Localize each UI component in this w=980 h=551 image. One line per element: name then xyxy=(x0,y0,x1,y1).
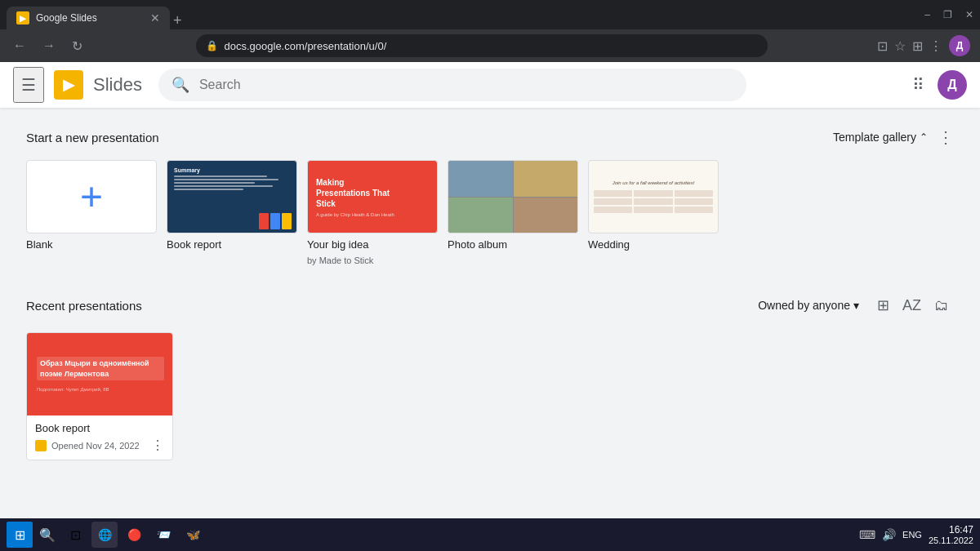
big-idea-template-name: Your big idea xyxy=(307,238,438,251)
template-big-idea[interactable]: MakingPresentations ThatStick A guide by… xyxy=(307,160,438,265)
url-text: docs.google.com/presentation/u/0/ xyxy=(225,40,387,52)
wedding-cell-2 xyxy=(634,190,672,197)
new-presentation-title: Start a new presentation xyxy=(26,131,159,144)
presentations-grid: Образ Мцыри в одноимённой поэме Лермонто… xyxy=(26,332,954,460)
folder-view-button[interactable]: 🗂 xyxy=(929,291,954,319)
photo-cell-3 xyxy=(448,198,513,233)
grid-view-button[interactable]: ⊞ xyxy=(872,291,894,319)
app-header: ☰ ▶ Slides 🔍 ⠿ Д xyxy=(0,62,980,108)
wedding-cell-7 xyxy=(594,207,632,213)
template-photo-album[interactable]: Photo album xyxy=(448,160,578,265)
book-title-line: Summary xyxy=(174,167,290,173)
main-content: Start a new presentation Template galler… xyxy=(0,108,980,518)
template-blank[interactable]: Blank xyxy=(26,160,157,265)
photo-cell-4 xyxy=(514,198,578,233)
search-input[interactable] xyxy=(199,78,733,92)
window-controls: – ❐ ✕ xyxy=(924,9,973,20)
plus-icon xyxy=(80,177,103,216)
more-options-button[interactable]: ⋮ xyxy=(938,127,954,147)
cast-icon[interactable]: ⊡ xyxy=(877,38,888,54)
wedding-cell-1 xyxy=(594,190,632,197)
book-decoration xyxy=(259,213,292,229)
secure-icon: 🔒 xyxy=(206,40,218,51)
taskbar-search-button[interactable]: 🔍 xyxy=(36,523,59,546)
tab-close-button[interactable]: ✕ xyxy=(150,11,160,24)
window-close-button[interactable]: ✕ xyxy=(965,9,973,20)
taskbar-time-value: 16:47 xyxy=(929,524,973,535)
photo-cell-2 xyxy=(514,161,578,197)
taskbar-app-4[interactable]: 🦋 xyxy=(180,522,206,548)
bigidea-sub-text: A guide by Chip Heath & Dan Heath xyxy=(316,212,394,217)
active-tab[interactable]: ▶ Google Slides ✕ xyxy=(7,7,170,29)
app-container: ☰ ▶ Slides 🔍 ⠿ Д Start a new presentatio… xyxy=(0,62,980,518)
presentation-card[interactable]: Образ Мцыри в одноимённой поэме Лермонто… xyxy=(26,332,173,460)
template-wedding[interactable]: Join us for a fall weekend of activities… xyxy=(588,160,719,265)
view-toggle: ⊞ AZ 🗂 xyxy=(872,291,954,319)
profile-avatar-small[interactable]: Д xyxy=(949,35,970,56)
template-book-report[interactable]: Summary Book report xyxy=(167,160,297,265)
back-button[interactable]: ← xyxy=(10,35,29,56)
taskbar-system-icons: ⌨ 🔊 ENG xyxy=(859,528,922,541)
menu-icon[interactable]: ⋮ xyxy=(929,38,942,54)
wedding-cell-6 xyxy=(675,198,713,205)
photo-cell-1 xyxy=(448,161,513,197)
tab-title: Google Slides xyxy=(36,12,144,24)
browser-titlebar: ▶ Google Slides ✕ + – ❐ ✕ xyxy=(0,0,980,29)
templates-row: Blank Summary xyxy=(26,160,954,265)
presentation-file-icon xyxy=(35,440,47,451)
photo-album-template-name: Photo album xyxy=(448,238,578,251)
taskbar-chrome[interactable]: 🌐 xyxy=(91,522,118,548)
big-idea-template-sub: by Made to Stick xyxy=(307,256,438,265)
bookmark-icon[interactable]: ☆ xyxy=(894,38,906,54)
wedding-cell-5 xyxy=(634,198,672,205)
taskbar-running-apps: 🌐 🔴 📨 🦋 xyxy=(91,522,206,548)
dropdown-arrow-icon: ▾ xyxy=(853,299,859,312)
start-button[interactable]: ⊞ xyxy=(7,522,33,548)
forward-button[interactable]: → xyxy=(39,35,59,56)
tab-favicon: ▶ xyxy=(16,11,29,24)
hamburger-menu-button[interactable]: ☰ xyxy=(13,67,44,103)
taskbar-network-icon: ⌨ xyxy=(859,528,875,541)
taskbar-app-view[interactable]: ⊡ xyxy=(62,522,88,548)
bigidea-main-text: MakingPresentations ThatStick xyxy=(316,177,390,209)
template-gallery-button[interactable]: Template gallery ⌃ xyxy=(833,131,928,144)
taskbar-clock: 16:47 25.11.2022 xyxy=(929,524,973,545)
reload-button[interactable]: ↻ xyxy=(69,35,86,57)
window-maximize-button[interactable]: ❐ xyxy=(943,9,952,20)
window-minimize-button[interactable]: – xyxy=(924,9,930,20)
extensions-icon[interactable]: ⊞ xyxy=(912,38,923,54)
address-actions: ⊡ ☆ ⊞ ⋮ Д xyxy=(877,35,970,56)
presentation-name: Book report xyxy=(35,422,164,434)
book-report-thumbnail: Summary xyxy=(167,160,297,233)
taskbar: ⊞ 🔍 ⊡ 🌐 🔴 📨 🦋 ⌨ 🔊 ENG 16:47 25.11.2022 xyxy=(0,518,980,551)
presentation-info: Book report Opened Nov 24, 2022 ⋮ xyxy=(27,415,172,460)
recent-section: Recent presentations Owned by anyone ▾ ⊞… xyxy=(26,291,954,460)
presentation-thumb-subtitle: Подготовил: Чупет Дмитрий, 8В xyxy=(37,387,109,392)
wedding-table xyxy=(594,190,713,213)
taskbar-app-3[interactable]: 📨 xyxy=(150,522,176,548)
big-idea-thumbnail: MakingPresentations ThatStick A guide by… xyxy=(307,160,438,233)
presentation-more-button[interactable]: ⋮ xyxy=(151,438,164,453)
url-box[interactable]: 🔒 docs.google.com/presentation/u/0/ xyxy=(196,34,768,57)
presentation-thumb-title: Образ Мцыри в одноимённой поэме Лермонто… xyxy=(37,357,164,380)
blank-template-name: Blank xyxy=(26,238,157,251)
taskbar-app-2[interactable]: 🔴 xyxy=(121,522,147,548)
profile-avatar[interactable]: Д xyxy=(938,70,967,100)
recent-header: Recent presentations Owned by anyone ▾ ⊞… xyxy=(26,291,954,319)
wedding-cell-8 xyxy=(634,207,672,213)
wedding-header-text: Join us for a fall weekend of activities… xyxy=(612,180,695,185)
app-name: Slides xyxy=(93,74,142,96)
presentation-meta: Opened Nov 24, 2022 ⋮ xyxy=(35,438,164,453)
grid-apps-button[interactable]: ⠿ xyxy=(906,69,931,101)
wedding-cell-4 xyxy=(594,198,632,205)
address-bar: ← → ↻ 🔒 docs.google.com/presentation/u/0… xyxy=(0,29,980,62)
list-view-button[interactable]: AZ xyxy=(898,291,926,319)
new-presentation-header: Start a new presentation Template galler… xyxy=(26,127,954,147)
chevron-icon: ⌃ xyxy=(920,131,928,143)
new-tab-button[interactable]: + xyxy=(173,12,182,29)
search-box[interactable]: 🔍 xyxy=(158,69,746,101)
blank-thumbnail xyxy=(26,160,157,233)
taskbar-right: ⌨ 🔊 ENG 16:47 25.11.2022 xyxy=(859,524,973,545)
owned-by-button[interactable]: Owned by anyone ▾ xyxy=(758,299,859,312)
wedding-thumbnail: Join us for a fall weekend of activities… xyxy=(588,160,719,233)
